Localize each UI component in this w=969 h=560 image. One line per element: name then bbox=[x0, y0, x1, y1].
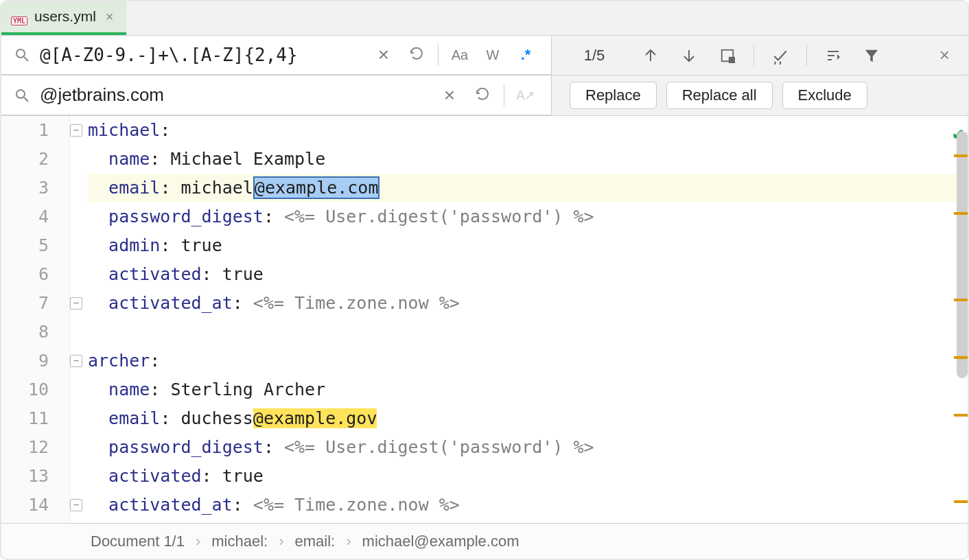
breadcrumb-item[interactable]: Document 1/1 bbox=[91, 533, 185, 550]
fold-toggle-icon[interactable] bbox=[70, 499, 82, 511]
close-tab-icon[interactable]: × bbox=[102, 9, 114, 25]
search-toolbar: 1/5 × bbox=[552, 36, 968, 75]
fold-toggle-icon[interactable] bbox=[70, 124, 82, 137]
code-line[interactable]: name: Michael Example bbox=[88, 145, 968, 174]
svg-line-1 bbox=[24, 57, 28, 61]
code-line[interactable]: password_digest: <%= User.digest('passwo… bbox=[88, 202, 968, 231]
fold-toggle-icon[interactable] bbox=[70, 297, 82, 310]
error-stripe[interactable] bbox=[954, 116, 968, 523]
tab-bar: YML users.yml × bbox=[1, 1, 968, 36]
svg-marker-11 bbox=[865, 49, 878, 61]
match-case-toggle[interactable]: Aa bbox=[448, 43, 471, 67]
search-history-icon[interactable] bbox=[405, 43, 428, 67]
replace-icon bbox=[14, 87, 30, 104]
filter-icon[interactable] bbox=[859, 43, 884, 68]
svg-line-13 bbox=[24, 97, 28, 102]
match-count: 1/5 bbox=[564, 47, 624, 65]
show-filter-popup-button[interactable] bbox=[821, 43, 845, 68]
match-marker[interactable] bbox=[954, 154, 968, 157]
preserve-case-toggle[interactable]: A↗ bbox=[514, 84, 537, 107]
breadcrumb-item[interactable]: michael@example.com bbox=[362, 533, 519, 550]
code-line[interactable]: email: duchess@example.gov bbox=[88, 404, 968, 433]
next-match-button[interactable] bbox=[677, 43, 701, 68]
code-line[interactable]: activated: true bbox=[88, 260, 968, 289]
code-line[interactable]: archer: bbox=[88, 347, 968, 375]
clear-replace-icon[interactable]: × bbox=[438, 84, 461, 107]
svg-rect-5 bbox=[729, 56, 735, 62]
clear-search-icon[interactable]: × bbox=[372, 43, 395, 67]
regex-toggle[interactable]: .* bbox=[514, 43, 537, 67]
code-line[interactable]: activated_at: <%= Time.zone.now %> bbox=[88, 491, 968, 520]
replace-input[interactable]: @jetbrains.com × A↗ bbox=[1, 75, 552, 115]
breadcrumb-separator: › bbox=[279, 533, 283, 550]
code-line[interactable] bbox=[88, 318, 968, 347]
editor-tab[interactable]: YML users.yml × bbox=[1, 1, 126, 35]
search-pattern-text: @[A-Z0-9.-]+\.[A-Z]{2,4} bbox=[40, 45, 365, 65]
breadcrumb-separator: › bbox=[346, 533, 351, 550]
code-area[interactable]: michael: name: Michael Example email: mi… bbox=[70, 116, 968, 523]
code-line[interactable]: michael: bbox=[88, 116, 968, 145]
code-line[interactable]: name: Sterling Archer bbox=[88, 375, 968, 404]
replace-history-icon[interactable] bbox=[471, 84, 494, 107]
breadcrumb-item[interactable]: email: bbox=[295, 533, 336, 550]
code-line[interactable]: password_digest: <%= User.digest('passwo… bbox=[88, 433, 968, 462]
replace-all-button[interactable]: Replace all bbox=[666, 82, 773, 109]
replace-row: @jetbrains.com × A↗ Replace Replace all … bbox=[1, 75, 968, 115]
select-all-occurrences-button[interactable] bbox=[715, 43, 740, 68]
breadcrumb-item[interactable]: michael: bbox=[211, 533, 268, 550]
replace-field-tools: × A↗ bbox=[431, 84, 544, 107]
replace-button[interactable]: Replace bbox=[570, 82, 657, 109]
tab-label: users.yml bbox=[34, 8, 96, 25]
prev-match-button[interactable] bbox=[638, 43, 663, 68]
new-search-tool-button[interactable] bbox=[768, 43, 793, 68]
fold-toggle-icon[interactable] bbox=[70, 355, 82, 367]
code-line[interactable]: admin: true bbox=[88, 231, 968, 260]
find-replace-panel: @[A-Z0-9.-]+\.[A-Z]{2,4} × Aa W .* 1/5 bbox=[1, 36, 968, 116]
match-marker[interactable] bbox=[954, 212, 968, 215]
svg-point-12 bbox=[16, 90, 25, 98]
match-marker[interactable] bbox=[954, 414, 968, 417]
find-row: @[A-Z0-9.-]+\.[A-Z]{2,4} × Aa W .* 1/5 bbox=[1, 36, 968, 75]
replace-buttons: Replace Replace all Exclude bbox=[552, 75, 968, 115]
svg-point-0 bbox=[16, 49, 25, 58]
file-type-icon: YML bbox=[11, 8, 29, 25]
line-number-gutter: 1234567891011121314 bbox=[1, 116, 70, 523]
exclude-button[interactable]: Exclude bbox=[782, 82, 867, 109]
search-icon bbox=[14, 47, 30, 63]
code-editor[interactable]: 1234567891011121314 michael: name: Micha… bbox=[1, 116, 968, 523]
match-marker[interactable] bbox=[954, 356, 968, 359]
match-marker[interactable] bbox=[954, 299, 968, 301]
search-field-tools: × Aa W .* bbox=[365, 43, 544, 67]
code-line[interactable]: email: michael@example.com bbox=[88, 174, 968, 202]
match-marker[interactable] bbox=[954, 500, 968, 503]
code-line[interactable]: activated: true bbox=[88, 462, 968, 491]
breadcrumb-separator: › bbox=[196, 533, 200, 550]
close-panel-icon[interactable]: × bbox=[934, 45, 955, 66]
code-line[interactable]: activated_at: <%= Time.zone.now %> bbox=[88, 289, 968, 318]
breadcrumbs[interactable]: Document 1/1›michael:›email:›michael@exa… bbox=[1, 523, 968, 559]
replace-text: @jetbrains.com bbox=[40, 84, 431, 106]
search-input[interactable]: @[A-Z0-9.-]+\.[A-Z]{2,4} × Aa W .* bbox=[1, 36, 552, 75]
whole-words-toggle[interactable]: W bbox=[481, 43, 504, 67]
